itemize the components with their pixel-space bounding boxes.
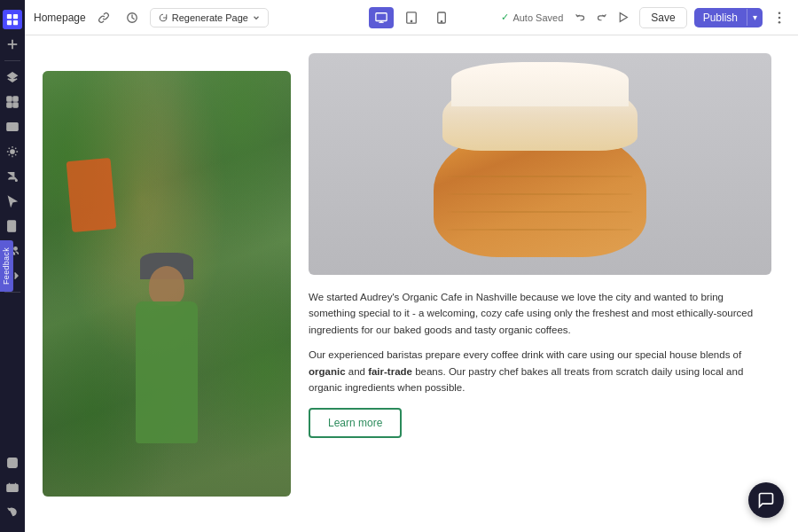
svg-rect-9 <box>13 103 18 107</box>
svg-rect-7 <box>13 97 18 101</box>
para2-part2: and <box>346 366 369 377</box>
page-canvas: We started Audrey's Organic Cafe in Nash… <box>25 35 798 532</box>
svg-rect-21 <box>7 485 18 492</box>
publish-arrow-icon: ▾ <box>747 9 763 26</box>
svg-point-35 <box>778 20 781 23</box>
preview-button[interactable] <box>613 8 632 27</box>
para2-part1: Our experienced baristas prepare every c… <box>309 349 741 360</box>
sidebar-add-icon[interactable] <box>3 35 22 54</box>
svg-point-34 <box>778 16 781 19</box>
pastry-cream <box>451 62 629 106</box>
svg-point-29 <box>411 20 411 21</box>
sidebar-divider <box>4 60 20 61</box>
publish-label: Publish <box>694 8 747 27</box>
pastry-layer-4 <box>447 176 633 177</box>
svg-rect-6 <box>7 97 12 101</box>
farmer-body <box>136 301 198 443</box>
sidebar-components-icon[interactable] <box>3 92 22 112</box>
chat-bubble[interactable] <box>748 482 784 518</box>
svg-rect-8 <box>7 103 12 107</box>
text-content: We started Audrey's Organic Cafe in Nash… <box>309 289 771 438</box>
sidebar-bottom <box>3 450 22 525</box>
sidebar-cursor-icon[interactable] <box>3 192 22 211</box>
view-tablet-button[interactable] <box>399 7 424 28</box>
sidebar-history-icon[interactable] <box>3 478 22 497</box>
para2-bold1: organic <box>309 366 346 377</box>
topbar-left: Homepage Regenerate Page <box>34 7 362 28</box>
svg-point-33 <box>778 12 781 14</box>
sidebar-paint-icon[interactable] <box>3 167 22 186</box>
save-button[interactable]: Save <box>639 7 686 28</box>
feedback-tab[interactable]: Feedback <box>0 240 13 292</box>
coffee-farmer-image <box>43 71 291 497</box>
undo-button[interactable] <box>570 8 590 27</box>
main-area: Homepage Regenerate Page <box>25 0 798 532</box>
regenerate-button[interactable]: Regenerate Page <box>150 8 269 27</box>
topbar: Homepage Regenerate Page <box>25 0 798 35</box>
sidebar-upgrade-icon[interactable] <box>3 453 22 473</box>
svg-rect-0 <box>7 14 12 19</box>
description-paragraph-2: Our experienced baristas prepare every c… <box>309 347 771 395</box>
sidebar-settings-icon[interactable] <box>3 142 22 161</box>
sidebar-image-icon[interactable] <box>3 117 22 137</box>
sidebar-divider-2 <box>4 292 20 293</box>
redo-button[interactable] <box>591 8 611 27</box>
svg-point-18 <box>14 247 18 251</box>
content-area: We started Audrey's Organic Cafe in Nash… <box>25 35 798 532</box>
svg-rect-2 <box>7 20 12 25</box>
topbar-center <box>369 7 454 28</box>
view-desktop-button[interactable] <box>369 7 394 28</box>
right-content-section: We started Audrey's Organic Cafe in Nash… <box>291 35 798 532</box>
sidebar-layers-icon[interactable] <box>3 67 22 87</box>
clock-icon[interactable] <box>121 7 143 28</box>
svg-rect-3 <box>13 20 18 25</box>
para2-bold2: fair-trade <box>368 366 412 377</box>
svg-point-12 <box>11 150 14 153</box>
publish-button[interactable]: Publish ▾ <box>694 8 763 27</box>
page-label: Homepage <box>34 12 86 24</box>
pastry-layer-2 <box>447 211 633 213</box>
orange-jacket-accent <box>66 158 117 232</box>
undo-redo-group <box>570 8 632 27</box>
sidebar-pages-icon[interactable] <box>3 216 22 236</box>
sidebar-undo-icon[interactable] <box>3 503 22 522</box>
svg-marker-32 <box>620 13 627 22</box>
link-icon[interactable] <box>93 7 114 28</box>
left-sidebar: Feedback <box>0 0 25 532</box>
sidebar-grid-icon[interactable] <box>3 10 22 29</box>
left-image-section <box>25 35 291 532</box>
pastry-layer-1 <box>447 229 633 231</box>
pastry-layer-3 <box>447 193 633 195</box>
auto-saved-status: Auto Saved <box>501 12 563 23</box>
view-mobile-button[interactable] <box>429 7 454 28</box>
pastry-image <box>309 53 771 275</box>
farmer-figure <box>122 248 211 443</box>
topbar-menu-icon[interactable] <box>770 8 789 27</box>
farmer-head <box>149 266 184 306</box>
svg-point-31 <box>441 20 442 21</box>
svg-rect-1 <box>13 14 18 19</box>
pastry-layers <box>438 151 642 257</box>
description-paragraph-1: We started Audrey's Organic Cafe in Nash… <box>309 289 771 338</box>
learn-more-button[interactable]: Learn more <box>309 408 402 438</box>
svg-point-13 <box>16 180 18 182</box>
topbar-right: Auto Saved Save Publish ▾ <box>461 7 789 28</box>
svg-rect-25 <box>376 12 387 20</box>
